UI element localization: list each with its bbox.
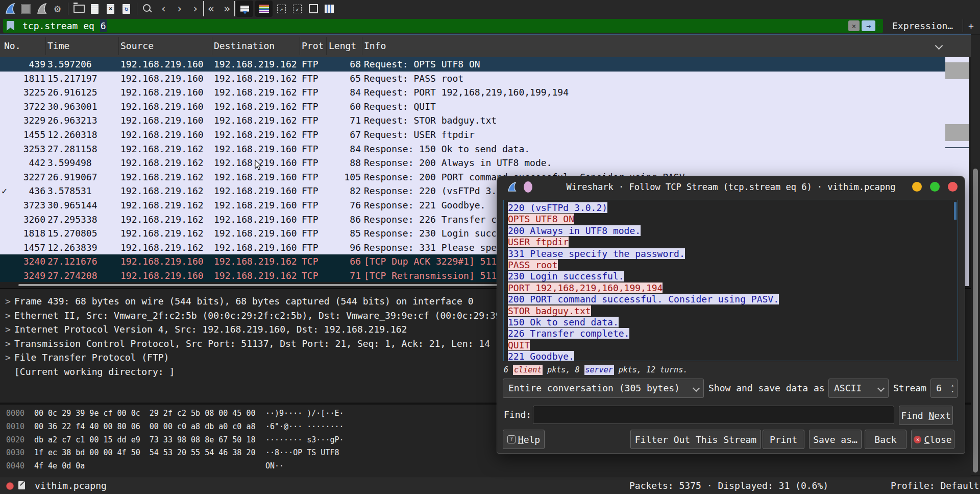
- add-filter-button[interactable]: +: [968, 17, 974, 34]
- column-separator[interactable]: [212, 37, 212, 55]
- column-separator[interactable]: [118, 37, 119, 55]
- stream-label: Stream: [893, 379, 926, 398]
- reload-file-icon[interactable]: ↻: [118, 1, 134, 16]
- expander-icon[interactable]: >: [5, 294, 11, 309]
- close-button[interactable]: ×Close: [911, 430, 954, 449]
- expert-info-icon[interactable]: [6, 482, 14, 490]
- conversation-select[interactable]: Entire conversation (305 bytes): [503, 379, 704, 398]
- stop-capture-icon[interactable]: [18, 1, 34, 16]
- spin-down-icon[interactable]: ▾: [951, 389, 954, 394]
- minimap-thumb[interactable]: [945, 124, 969, 141]
- start-capture-icon[interactable]: [2, 1, 18, 16]
- zoom-out-button[interactable]: ↙: [289, 1, 305, 16]
- print-button[interactable]: Print: [763, 430, 804, 449]
- go-back-icon[interactable]: ‹: [156, 1, 172, 16]
- column-header-destination[interactable]: Destination: [214, 35, 275, 57]
- packet-row[interactable]: 322926.963213192.168.219.160192.168.219.…: [0, 113, 945, 128]
- cell-time: 15.270805: [47, 226, 97, 241]
- apply-filter-button[interactable]: →: [862, 20, 875, 31]
- zoom-in-button[interactable]: ↗: [274, 1, 289, 16]
- normal-size-button[interactable]: [305, 1, 321, 16]
- profile-label[interactable]: Profile: Default: [891, 477, 979, 494]
- vertical-scrollbar[interactable]: [971, 35, 980, 475]
- stream-line-server: 226 Transfer complete.: [508, 328, 958, 339]
- clear-filter-button[interactable]: ×: [848, 20, 860, 31]
- packet-row[interactable]: 325327.281158192.168.219.162192.168.219.…: [0, 142, 945, 156]
- close-file-icon[interactable]: ×: [103, 1, 118, 16]
- auto-scroll-toggle[interactable]: [236, 1, 253, 17]
- back-button[interactable]: Back: [865, 430, 906, 449]
- minimize-button[interactable]: [912, 182, 922, 192]
- hex-offset: 0010: [6, 420, 24, 434]
- cell-time: 27.274208: [47, 269, 97, 282]
- packet-counts: Packets: 5375 · Displayed: 31 (0.6%): [629, 477, 828, 494]
- stream-content[interactable]: 220 (vsFTPd 3.0.2)OPTS UTF8 ON200 Always…: [503, 200, 958, 361]
- hex-line[interactable]: 00404f 4e 0d 0aON··: [0, 460, 510, 473]
- hex-ascii: ········ s3···gP·: [265, 434, 344, 447]
- bookmark-icon[interactable]: [7, 21, 14, 31]
- cell-src: 192.168.219.160: [120, 85, 204, 100]
- hex-line[interactable]: 000000 0c 29 39 9e cf 00 0c 29 2f c2 5b …: [0, 407, 510, 420]
- close-window-button[interactable]: [948, 182, 958, 192]
- colorize-icon: [259, 5, 269, 13]
- find-input[interactable]: [533, 406, 894, 424]
- column-separator[interactable]: [45, 37, 46, 55]
- expander-icon[interactable]: >: [5, 337, 11, 351]
- open-file-icon[interactable]: [71, 1, 87, 16]
- colorize-toggle[interactable]: [255, 1, 273, 17]
- column-header-no[interactable]: No.: [4, 35, 21, 57]
- find-next-button[interactable]: Find Next: [899, 406, 953, 425]
- packet-row[interactable]: 372230.963001192.168.219.160192.168.219.…: [0, 100, 945, 114]
- cell-dst: 192.168.219.160: [214, 226, 297, 241]
- packet-row[interactable]: 145512.260318192.168.219.160192.168.219.…: [0, 128, 945, 142]
- go-last-packet-icon[interactable]: »: [219, 1, 235, 16]
- packet-list-header: No. Time Source Destination Prot Lengt I…: [0, 35, 971, 57]
- spin-up-icon[interactable]: ▴: [951, 383, 954, 388]
- column-header-protocol[interactable]: Prot: [302, 35, 324, 57]
- go-to-packet-icon[interactable]: ›: [187, 1, 203, 16]
- cell-proto: FTP: [302, 184, 318, 198]
- column-separator[interactable]: [300, 37, 300, 55]
- expression-button[interactable]: Expression…: [892, 17, 953, 34]
- go-first-packet-icon[interactable]: «: [203, 1, 219, 16]
- packet-row[interactable]: 4393.597206192.168.219.160192.168.219.16…: [0, 57, 945, 72]
- column-header-length[interactable]: Lengt: [329, 35, 356, 57]
- expander-icon[interactable]: >: [5, 322, 11, 337]
- packet-row[interactable]: 181115.217197192.168.219.160192.168.219.…: [0, 72, 945, 86]
- stream-number-spinner[interactable]: 6 ▴ ▾: [930, 379, 958, 398]
- hex-line[interactable]: 001000 36 22 f4 40 00 80 06 00 00 c0 a8 …: [0, 420, 510, 434]
- column-separator[interactable]: [362, 37, 362, 55]
- stop-square-icon: [21, 4, 31, 14]
- go-forward-icon[interactable]: ›: [172, 1, 187, 16]
- cell-dst: 192.168.219.160: [214, 213, 297, 227]
- filter-out-stream-button[interactable]: Filter Out This Stream: [630, 430, 761, 449]
- column-header-info[interactable]: Info: [364, 35, 386, 57]
- restart-capture-icon[interactable]: [34, 1, 50, 16]
- resize-columns-button[interactable]: [321, 1, 337, 16]
- dialog-titlebar[interactable]: Wireshark · Follow TCP Stream (tcp.strea…: [497, 176, 965, 198]
- format-select[interactable]: ASCII: [828, 379, 889, 398]
- maximize-button[interactable]: [930, 182, 940, 192]
- column-header-source[interactable]: Source: [120, 35, 154, 57]
- expander-icon[interactable]: >: [5, 350, 11, 365]
- help-button[interactable]: ?Help: [503, 430, 545, 449]
- packet-row[interactable]: 322526.916125192.168.219.160192.168.219.…: [0, 85, 945, 100]
- column-separator[interactable]: [326, 37, 327, 55]
- capture-comment-icon[interactable]: [18, 481, 25, 489]
- find-packet-icon[interactable]: [140, 1, 156, 16]
- display-filter-input[interactable]: tcp.stream eq 6 × → ▾: [3, 19, 883, 33]
- column-header-time[interactable]: Time: [47, 35, 69, 57]
- stream-line-client: PORT 192,168,219,160,199,194: [508, 283, 958, 294]
- chevron-down-icon[interactable]: [935, 42, 943, 50]
- stream-scrollbar-thumb[interactable]: [954, 202, 957, 220]
- save-as-button[interactable]: Save as…: [809, 430, 862, 449]
- save-file-icon[interactable]: [87, 1, 103, 16]
- hex-line[interactable]: 0020db a2 c7 c1 00 15 dd e9 73 33 98 08 …: [0, 434, 510, 447]
- packet-row[interactable]: 4423.599498192.168.219.162192.168.219.16…: [0, 156, 945, 170]
- capture-options-icon[interactable]: ⚙: [50, 1, 65, 16]
- expander-icon[interactable]: >: [5, 309, 11, 323]
- minimap-thumb[interactable]: [945, 62, 969, 79]
- hex-line[interactable]: 00301f ec 38 bd 00 00 4f 50 54 53 20 55 …: [0, 446, 510, 460]
- filter-dropdown-caret-icon[interactable]: ▾: [877, 22, 880, 29]
- vscroll-thumb[interactable]: [973, 169, 978, 473]
